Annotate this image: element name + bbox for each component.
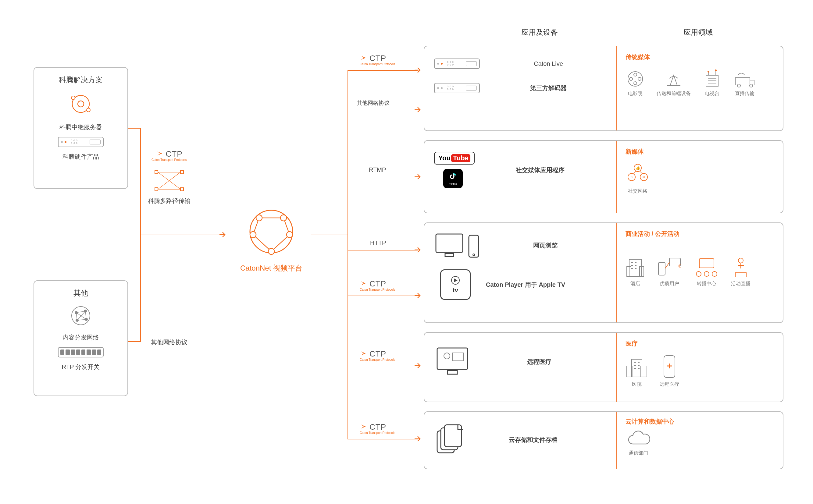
br1a-ctpsub: Caton Transport Protocols [360,62,395,66]
arrow-into-platform [219,231,226,238]
hotel-icon: 酒店 [626,256,645,287]
tiktok-logo: TikTok [443,169,463,188]
p2-domain-title: 新媒体 [626,147,650,156]
svg-point-17 [268,248,274,254]
seg-r-stem [311,235,347,235]
svg-point-23 [630,77,633,80]
seg-l1 [128,128,140,129]
panel-cloud: 云存储和文件存档 云计算和数据中心 通信部门 [424,411,783,469]
br6-ctp: CTP [369,422,386,432]
p3-i2: 优质用户 [660,281,679,287]
apple-tv-icon: tv [440,269,471,300]
svg-text:♡: ♡ [630,176,633,179]
arr-4 [415,292,421,299]
br5-ctp: CTP [369,349,386,359]
p5-app: 云存储和文件存档 [483,436,584,444]
br1b-label: 其他网络协议 [357,99,389,107]
svg-rect-45 [669,258,680,266]
svg-point-22 [634,82,637,85]
br1a-label: CTP Caton Transport Protocols [360,54,395,66]
p1-app2: 第三方解码器 [498,84,599,92]
svg-point-18 [250,232,256,238]
br5 [347,366,418,366]
svg-point-50 [738,258,743,263]
br5-label: CTP Caton Transport Protocols [360,349,395,361]
p2-i1: 社交网络 [628,188,648,194]
svg-point-53 [444,353,450,359]
box2-item1: 内容分发网络 [62,333,99,342]
svg-point-29 [750,84,753,87]
multipath-label: 科腾多路径传输 [148,197,190,205]
ctp-logo: CTP [156,149,183,159]
p3-i3: 转播中心 [697,281,716,287]
svg-point-28 [737,84,740,87]
arr-5 [415,362,421,369]
caton-live-device-icon [434,59,480,69]
svg-rect-46 [699,259,714,268]
box1-title: 科腾解决方案 [59,75,103,85]
arr-6 [415,435,421,442]
svg-point-16 [286,232,293,238]
box-caton-solutions: 科腾解决方案 科腾中继服务器 科腾硬件产品 [34,67,128,189]
svg-point-19 [628,72,643,86]
br6-ctpsub: Caton Transport Protocols [360,431,395,435]
mid-other-protocol: 其他网络协议 [143,338,195,346]
svg-rect-9 [155,171,158,174]
br3 [347,250,418,250]
br4 [347,296,418,296]
p2-app: 社交媒体应用程序 [490,166,591,174]
svg-rect-27 [735,78,750,85]
br6 [347,439,418,439]
p5-domain-title: 云计算和数据中心 [626,417,674,426]
br3-label: HTTP [370,240,386,247]
seg-l4 [140,235,222,235]
col-header-domains: 应用领域 [659,27,738,37]
br4-ctpsub: Caton Transport Protocols [360,288,395,291]
arr-3 [415,246,421,254]
svg-text:✉: ✉ [643,176,645,179]
svg-rect-44 [659,262,665,275]
cinema-icon: 电影院 [626,69,645,97]
svg-rect-61 [445,425,462,447]
cloud-icon: 通信部门 [626,430,651,456]
youtube-logo: You Tube [434,152,475,165]
cdn-icon [69,303,93,328]
arr-2 [415,173,421,180]
br6-label: CTP Caton Transport Protocols [360,422,395,435]
ctp-text: CTP [166,149,183,159]
event-live-icon: 活动直播 [731,256,751,287]
premium-user-icon: 优质用户 [657,256,682,287]
p1-i1: 电影院 [628,91,643,97]
box1-item1: 科腾中继服务器 [59,123,102,131]
br1b [347,110,418,110]
files-icon [434,423,465,456]
p1-i4: 直播传输 [735,91,754,97]
svg-point-3 [87,108,90,112]
svg-point-47 [696,272,701,276]
web-browse-icons [434,232,480,258]
platform-label: CatonNet 视频平台 [240,263,302,273]
p3-i4: 活动直播 [731,281,751,287]
svg-point-20 [634,73,637,76]
svg-point-15 [280,215,286,221]
svg-rect-11 [180,171,183,174]
p3-i1: 酒店 [630,281,640,287]
br4-ctp: CTP [369,279,386,289]
youtube-tube: Tube [451,154,471,162]
p1-i3: 电视台 [705,91,719,97]
box1-item2: 科腾硬件产品 [62,153,99,161]
p1-i2: 传送和前端设备 [657,91,691,97]
box-other-sources: 其他 内容分发网络 RTP 分发开关 [34,280,128,396]
svg-rect-54 [453,353,463,361]
panel-business-public: 网页浏览 tv Caton Player 用于 Apple TV 商业活动 / … [424,222,783,323]
mid-ctp-block: CTP Caton Transport Protocols 科腾多路径传输 [143,149,195,205]
svg-point-26 [715,69,717,71]
p4-app: 远程医疗 [489,358,590,366]
p1-domain-title: 传统媒体 [626,53,756,61]
svg-point-39 [473,254,475,256]
transmission-icon: 传送和前端设备 [657,69,691,97]
telemedicine-icon [434,345,471,378]
p4-domain-title: 医疗 [626,339,679,348]
p3-domain-title: 商业活动 / 公开活动 [626,230,751,238]
broadcast-center-icon: 转播中心 [694,256,719,287]
